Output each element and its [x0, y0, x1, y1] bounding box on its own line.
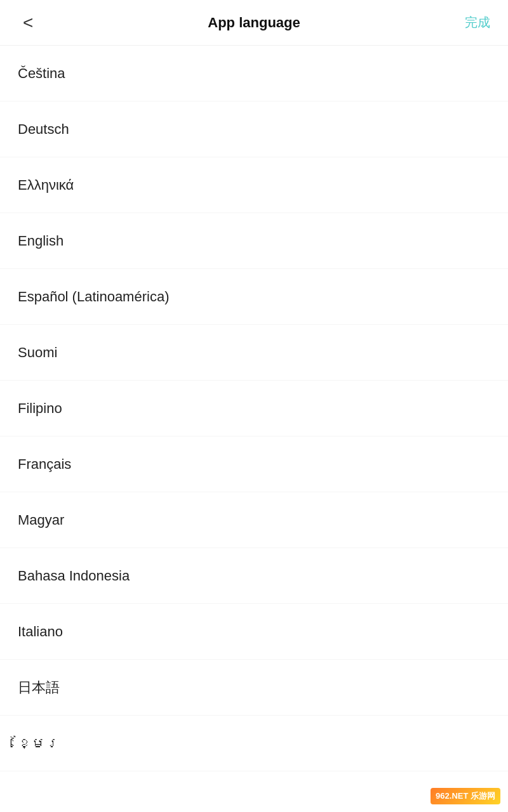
- language-label-english: English: [18, 233, 64, 249]
- language-label-filipino: Filipino: [18, 400, 62, 417]
- language-list: ČeštinaDeutschΕλληνικάEnglishEspañol (La…: [0, 46, 508, 771]
- language-item-ellinika[interactable]: Ελληνικά: [0, 157, 508, 213]
- language-item-francais[interactable]: Français: [0, 436, 508, 492]
- language-item-english[interactable]: English: [0, 213, 508, 269]
- language-label-cestina: Čeština: [18, 65, 65, 82]
- language-label-magyar: Magyar: [18, 512, 64, 528]
- language-item-espanol[interactable]: Español (Latinoamérica): [0, 269, 508, 325]
- language-label-ellinika: Ελληνικά: [18, 177, 74, 193]
- language-item-filipino[interactable]: Filipino: [0, 381, 508, 436]
- language-label-bahasa-indonesia: Bahasa Indonesia: [18, 568, 130, 584]
- language-item-magyar[interactable]: Magyar: [0, 492, 508, 548]
- language-label-suomi: Suomi: [18, 344, 57, 361]
- done-button[interactable]: 完成: [465, 14, 490, 31]
- language-item-italiano[interactable]: Italiano: [0, 604, 508, 660]
- language-label-khmer: ខ្មែរ: [18, 735, 60, 752]
- app-header: < App language 完成: [0, 0, 508, 46]
- watermark: 962.NET 乐游网: [431, 788, 500, 804]
- language-label-deutsch: Deutsch: [18, 121, 69, 138]
- language-label-italiano: Italiano: [18, 624, 63, 640]
- language-item-khmer[interactable]: ខ្មែរ: [0, 716, 508, 771]
- language-label-espanol: Español (Latinoamérica): [18, 289, 169, 305]
- language-label-nihongo: 日本語: [18, 678, 60, 697]
- language-item-cestina[interactable]: Čeština: [0, 46, 508, 102]
- back-button[interactable]: <: [18, 11, 38, 34]
- page-title: App language: [208, 15, 300, 31]
- language-label-francais: Français: [18, 456, 71, 473]
- language-item-suomi[interactable]: Suomi: [0, 325, 508, 381]
- language-item-deutsch[interactable]: Deutsch: [0, 102, 508, 157]
- language-item-bahasa-indonesia[interactable]: Bahasa Indonesia: [0, 548, 508, 604]
- language-item-nihongo[interactable]: 日本語: [0, 660, 508, 716]
